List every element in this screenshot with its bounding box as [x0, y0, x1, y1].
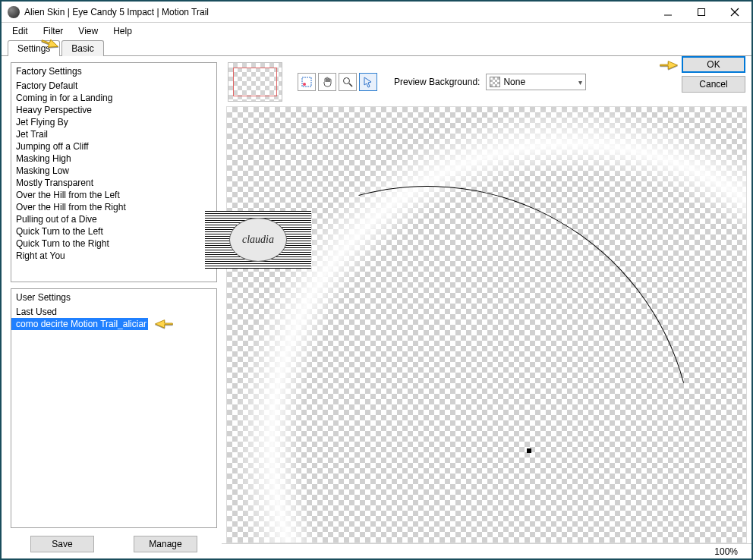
svg-line-7: [349, 83, 352, 87]
ok-button[interactable]: OK: [682, 56, 745, 73]
preview-background-select[interactable]: None ▾: [486, 74, 586, 90]
settings-panel: Factory Settings Factory Default Coming …: [2, 56, 222, 558]
cancel-button[interactable]: Cancel: [682, 76, 745, 93]
user-settings-header: User Settings: [11, 289, 216, 306]
preview-thumbnail[interactable]: [228, 62, 282, 102]
menu-view[interactable]: View: [72, 24, 104, 38]
motion-trail-path: [226, 106, 747, 543]
list-item[interactable]: Jumping off a Cliff: [11, 140, 216, 153]
list-item[interactable]: Factory Default: [11, 80, 216, 92]
tab-settings[interactable]: Settings: [8, 40, 60, 56]
list-item[interactable]: Coming in for a Landing: [11, 92, 216, 104]
watermark-badge: claudia: [229, 218, 287, 262]
list-item[interactable]: Masking Low: [11, 165, 216, 177]
zoom-tool-icon[interactable]: [339, 73, 357, 91]
settings-buttons: Save Manage: [11, 536, 217, 552]
list-item-selected[interactable]: como decirte Motion Trail_aliciar: [11, 318, 148, 330]
list-item[interactable]: Right at You: [11, 250, 216, 262]
factory-settings-header: Factory Settings: [11, 63, 216, 80]
svg-rect-1: [698, 8, 705, 15]
list-item[interactable]: Over the Hill from the Left: [11, 189, 216, 201]
preview-panel: OK Cancel: [222, 56, 751, 558]
menu-filter[interactable]: Filter: [37, 24, 70, 38]
list-item[interactable]: Quick Turn to the Right: [11, 238, 216, 250]
list-item[interactable]: Mostly Transparent: [11, 177, 216, 189]
user-settings-list[interactable]: User Settings Last Used como decirte Mot…: [11, 288, 217, 528]
motion-trail-glow: [230, 106, 747, 543]
save-button[interactable]: Save: [30, 536, 94, 552]
window-title: Alien Skin | Eye Candy 5 Impact | Motion…: [24, 7, 651, 17]
list-item[interactable]: Masking High: [11, 153, 216, 165]
dialog-buttons: OK Cancel: [682, 56, 745, 93]
preview-toolbar: Preview Background: None ▾: [222, 56, 751, 102]
manage-button[interactable]: Manage: [134, 536, 197, 552]
app-icon: [8, 6, 20, 18]
close-button[interactable]: [718, 2, 751, 23]
list-item[interactable]: Jet Trail: [11, 128, 216, 140]
watermark: claudia: [205, 211, 311, 269]
list-item[interactable]: Heavy Perspective: [11, 104, 216, 116]
pointer-tool-icon[interactable]: [359, 73, 377, 91]
tab-basic[interactable]: Basic: [61, 40, 103, 56]
transparent-swatch-icon: [490, 77, 500, 87]
factory-settings-list[interactable]: Factory Settings Factory Default Coming …: [11, 62, 217, 282]
svg-point-6: [344, 78, 350, 84]
window-controls: [651, 2, 751, 23]
pointer-hand-icon: [153, 315, 174, 332]
menu-edit[interactable]: Edit: [6, 24, 34, 38]
zoom-status: 100%: [222, 543, 751, 558]
preview-background-value: None: [503, 77, 525, 87]
tool-icons: [298, 73, 377, 91]
preview-canvas[interactable]: [226, 106, 747, 543]
menu-help[interactable]: Help: [107, 24, 138, 38]
main-area: Factory Settings Factory Default Coming …: [2, 56, 751, 558]
marquee-tool-icon[interactable]: [298, 73, 316, 91]
hand-tool-icon[interactable]: [318, 73, 336, 91]
title-bar: Alien Skin | Eye Candy 5 Impact | Motion…: [2, 2, 751, 23]
svg-point-5: [303, 83, 306, 86]
maximize-button[interactable]: [685, 2, 718, 23]
minimize-button[interactable]: [651, 2, 685, 23]
list-item[interactable]: Pulling out of a Dive: [11, 213, 216, 225]
list-item[interactable]: Over the Hill from the Right: [11, 201, 216, 213]
thumbnail-selection: [233, 68, 277, 96]
tab-strip: Settings Basic: [2, 39, 751, 56]
zoom-value: 100%: [714, 546, 738, 557]
menu-bar: Edit Filter View Help: [2, 23, 751, 39]
preview-background-label: Preview Background:: [394, 77, 480, 87]
list-item[interactable]: Jet Flying By: [11, 116, 216, 128]
list-item[interactable]: Quick Turn to the Left: [11, 225, 216, 238]
list-item[interactable]: Last Used: [11, 306, 216, 318]
path-handle[interactable]: [527, 448, 531, 453]
chevron-down-icon: ▾: [578, 78, 582, 87]
